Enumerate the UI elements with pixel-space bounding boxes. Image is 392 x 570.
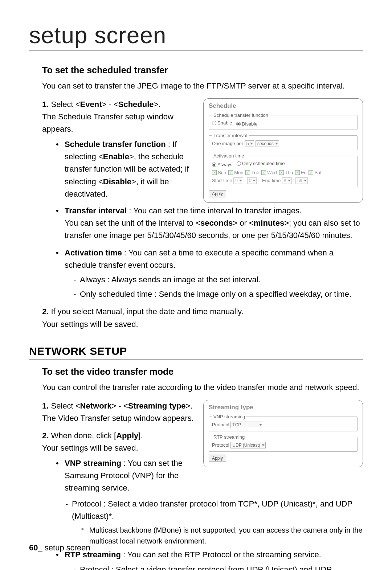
vnp-protocol-select[interactable]: TCP bbox=[230, 422, 263, 428]
days-row: ✓Sun✓Mon✓Tue✓Wed✓Thu✓Fri✓Sat bbox=[212, 169, 354, 175]
checkbox-label: Wed bbox=[267, 170, 277, 175]
radio-enable[interactable]: Enable bbox=[212, 120, 232, 126]
note-multicast: Multicast backbone (MBone) is not suppor… bbox=[81, 525, 363, 546]
checkbox-icon: ✓ bbox=[279, 170, 284, 175]
step-text: >. bbox=[154, 100, 161, 109]
apply-button[interactable]: Apply bbox=[209, 190, 226, 197]
step-text: When done, click [ bbox=[51, 431, 116, 440]
label: One image per bbox=[212, 141, 243, 146]
step-number: 1. bbox=[42, 401, 51, 410]
checkbox-day-fri[interactable]: ✓Fri bbox=[295, 170, 306, 175]
label: Protocol bbox=[212, 422, 229, 427]
radio-disable[interactable]: Disable bbox=[236, 121, 257, 127]
checkbox-day-sat[interactable]: ✓Sat bbox=[309, 170, 322, 175]
fieldset-rtp-streaming: RTP streaming Protocol UDP (Unicast) bbox=[209, 434, 358, 452]
checkbox-label: Sun bbox=[218, 170, 226, 175]
section-heading-video-transfer: To set the video transfer mode bbox=[42, 366, 363, 377]
label: Start time bbox=[212, 178, 232, 183]
bullet-title: Schedule transfer function bbox=[65, 140, 166, 149]
bullet-text: You can set the unit of the interval to … bbox=[65, 218, 200, 227]
checkbox-label: Tue bbox=[251, 170, 259, 175]
checkbox-icon: ✓ bbox=[261, 170, 266, 175]
keyword: seconds bbox=[200, 218, 233, 227]
keyword: Apply bbox=[116, 431, 138, 440]
bullet-title: VNP streaming bbox=[65, 459, 121, 468]
radio-icon bbox=[212, 121, 216, 125]
radio-only-scheduled[interactable]: Only scheduled time bbox=[237, 161, 285, 166]
step-number: 2. bbox=[42, 431, 51, 440]
bullet-vnp-streaming: VNP streaming : You can set the Samsung … bbox=[56, 457, 195, 494]
checkbox-day-mon[interactable]: ✓Mon bbox=[228, 170, 243, 175]
checkbox-day-tue[interactable]: ✓Tue bbox=[245, 170, 259, 175]
end-hour-select[interactable]: 8 bbox=[282, 177, 292, 184]
step-number: 1. bbox=[42, 100, 51, 109]
step-text: Select < bbox=[51, 401, 80, 410]
bullet-schedule-transfer-function: Schedule transfer function : If selectin… bbox=[56, 138, 195, 200]
radio-label: Enable bbox=[217, 120, 232, 126]
step-text: Your settings will be saved. bbox=[42, 443, 138, 452]
interval-value-select[interactable]: 5 bbox=[245, 140, 254, 147]
dash-only-scheduled: Only scheduled time : Sends the image on… bbox=[73, 288, 363, 300]
interval-unit-select[interactable]: seconds bbox=[256, 140, 279, 147]
divider bbox=[29, 360, 363, 360]
dash-vnp-protocol: Protocol : Select a video transfer proto… bbox=[65, 498, 363, 546]
checkbox-label: Fri bbox=[301, 170, 306, 175]
step-keyword: Schedule bbox=[118, 100, 154, 109]
end-min-select[interactable]: 59 bbox=[295, 177, 307, 184]
step-keyword: Event bbox=[80, 100, 102, 109]
rtp-protocol-select[interactable]: UDP (Unicast) bbox=[230, 442, 265, 448]
fieldset-activation-time: Activation time Always Only scheduled ti… bbox=[209, 153, 358, 187]
footer-label: setup screen bbox=[45, 543, 90, 552]
bullet-rtp-streaming: RTP streaming : You can set the RTP Prot… bbox=[56, 549, 363, 570]
checkbox-label: Mon bbox=[234, 170, 243, 175]
dash-always: Always : Always sends an image at the se… bbox=[73, 274, 363, 286]
fieldset-schedule-transfer-function: Schedule transfer function Enable Disabl… bbox=[209, 112, 358, 130]
step-text: Your settings will be saved. bbox=[42, 320, 138, 329]
checkbox-icon: ✓ bbox=[228, 170, 233, 175]
section-heading-network-setup: NETWORK SETUP bbox=[29, 345, 363, 357]
step-text: The Schedule Transfer setup window appea… bbox=[42, 112, 173, 134]
keyword: minutes bbox=[254, 218, 284, 227]
step-text: The Video Transfer setup window appears. bbox=[42, 414, 194, 423]
time-row: Start time 9 : 0 End time 8 : 59 bbox=[212, 177, 354, 184]
keyword: Disable bbox=[103, 177, 131, 186]
screenshot-schedule-panel: Schedule Schedule transfer function Enab… bbox=[203, 98, 363, 203]
legend: RTP streaming bbox=[212, 434, 246, 440]
apply-button[interactable]: Apply bbox=[209, 455, 226, 462]
fieldset-vnp-streaming: VNP streaming Protocol TCP bbox=[209, 414, 358, 431]
panel-title: Schedule bbox=[209, 102, 358, 110]
step-1: 1. Select <Event> - <Schedule>. The Sche… bbox=[42, 98, 195, 200]
step-number: 2. bbox=[42, 307, 51, 316]
page-footer: 60_ setup screen bbox=[29, 543, 90, 553]
start-hour-select[interactable]: 9 bbox=[233, 177, 243, 184]
legend: Schedule transfer function bbox=[212, 112, 270, 118]
checkbox-day-wed[interactable]: ✓Wed bbox=[261, 170, 277, 175]
checkbox-icon: ✓ bbox=[245, 170, 250, 175]
screenshot-streaming-panel: Streaming type VNP streaming Protocol TC… bbox=[203, 400, 363, 467]
step-text: If you select Manual, input the date and… bbox=[51, 307, 243, 316]
step-2: 2. When done, click [Apply]. Your settin… bbox=[42, 430, 195, 494]
keyword: Network bbox=[80, 401, 112, 410]
checkbox-icon: ✓ bbox=[309, 170, 313, 175]
section-heading-scheduled-transfer: To set the scheduled transfer bbox=[42, 65, 363, 75]
legend: Transfer interval bbox=[212, 133, 249, 138]
label: Protocol bbox=[212, 442, 229, 448]
start-min-select[interactable]: 0 bbox=[247, 177, 257, 184]
checkbox-day-sun[interactable]: ✓Sun bbox=[212, 170, 226, 175]
step-1: 1. Select <Network> - <Streaming type>. … bbox=[42, 400, 195, 425]
radio-label: Always bbox=[217, 162, 232, 167]
radio-always[interactable]: Always bbox=[212, 162, 232, 167]
bullet-text: : You can set the RTP Protocol or the st… bbox=[121, 550, 321, 559]
bullet-text: > or < bbox=[233, 218, 253, 227]
intro-text: You can control the transfer rate accord… bbox=[42, 381, 363, 393]
legend: VNP streaming bbox=[212, 414, 246, 419]
keyword: Enable bbox=[103, 152, 129, 161]
checkbox-icon: ✓ bbox=[295, 170, 300, 175]
radio-icon bbox=[212, 163, 216, 167]
step-text: >. bbox=[186, 401, 193, 410]
bullet-transfer-interval: Transfer interval : You can set the time… bbox=[56, 205, 363, 242]
radio-icon bbox=[236, 122, 241, 126]
intro-text: You can set to transfer the JPEG image t… bbox=[42, 80, 363, 92]
keyword: Streaming type bbox=[128, 401, 186, 410]
checkbox-day-thu[interactable]: ✓Thu bbox=[279, 170, 293, 175]
